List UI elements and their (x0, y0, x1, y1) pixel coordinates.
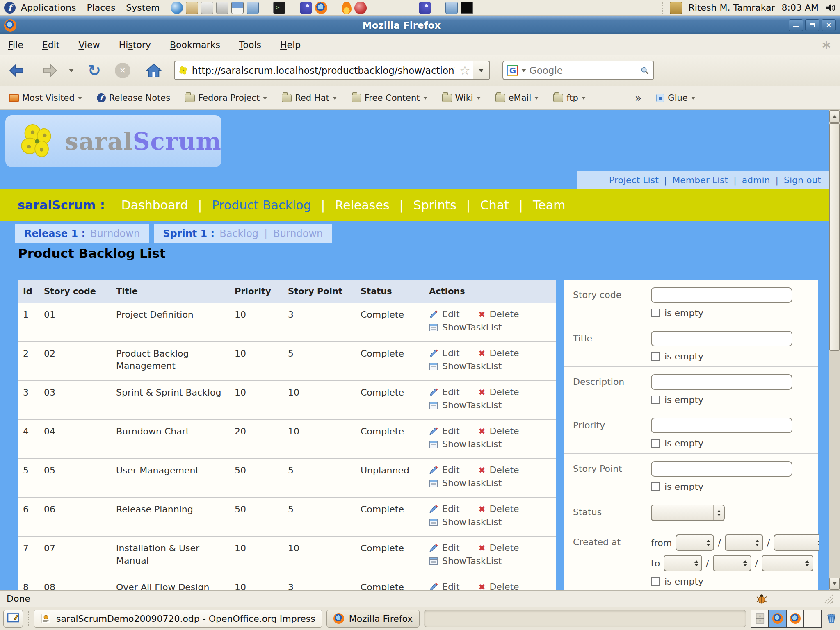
bookmark-ftp[interactable]: ftp (553, 93, 586, 103)
edit-action[interactable]: Edit (429, 425, 460, 437)
subtab-link-backlog[interactable]: Backlog (219, 228, 258, 239)
delete-action[interactable]: ✖Delete (479, 309, 519, 320)
showtasklist-action[interactable]: ShowTaskList (429, 400, 551, 411)
screenshot-icon[interactable] (216, 2, 228, 14)
menu-applications[interactable]: Applications (16, 2, 81, 13)
is-empty-checkbox-created-at[interactable] (651, 577, 660, 586)
date-to-select-2[interactable] (713, 555, 751, 571)
bookmark-fedora-project[interactable]: Fedora Project (185, 93, 267, 103)
nav-team[interactable]: Team (533, 198, 565, 212)
edit-action[interactable]: Edit (429, 387, 460, 398)
edit-action[interactable]: Edit (429, 503, 460, 515)
bookmark-glue[interactable]: Glue (656, 93, 695, 103)
nav-product-backlog[interactable]: Product Backlog (212, 198, 311, 212)
menu-file[interactable]: File (8, 40, 23, 50)
resize-grip[interactable] (824, 594, 833, 604)
is-empty-checkbox-description[interactable] (651, 396, 660, 404)
bookmark-release-notes[interactable]: fRelease Notes (97, 93, 170, 103)
is-empty-checkbox-story-point[interactable] (651, 482, 660, 491)
date-to-select-3[interactable] (762, 555, 813, 571)
bookmarks-overflow-chevron[interactable]: » (635, 91, 642, 104)
stop-button[interactable]: ✕ (115, 63, 130, 78)
header-link-sign-out[interactable]: Sign out (784, 175, 821, 185)
menu-history[interactable]: History (119, 40, 151, 50)
edit-action[interactable]: Edit (429, 464, 460, 476)
filter-input-story-point[interactable] (651, 461, 792, 477)
edit-action[interactable]: Edit (429, 581, 460, 590)
showtasklist-action[interactable]: ShowTaskList (429, 516, 551, 528)
titlebar[interactable]: Mozilla Firefox ✕ (0, 16, 840, 34)
header-link-member-list[interactable]: Member List (672, 175, 728, 185)
bookmark-free-content[interactable]: Free Content (352, 93, 427, 103)
showtasklist-action[interactable]: ShowTaskList (429, 322, 551, 333)
search-icon[interactable] (640, 66, 649, 75)
fedora-logo-icon[interactable]: f (4, 2, 16, 14)
notes-icon[interactable] (201, 2, 213, 14)
web-browser-icon[interactable] (171, 2, 183, 14)
delete-action[interactable]: ✖Delete (479, 581, 519, 590)
bug-icon[interactable] (756, 594, 767, 604)
delete-action[interactable]: ✖Delete (479, 542, 519, 554)
package-icon[interactable] (670, 2, 682, 14)
subtab-link-burndown[interactable]: Burndown (90, 228, 140, 239)
filter-input-title[interactable] (651, 331, 792, 346)
workspace-4[interactable] (804, 610, 822, 627)
menu-tools[interactable]: Tools (239, 40, 261, 50)
delete-action[interactable]: ✖Delete (479, 387, 519, 398)
date-from-select-3[interactable] (774, 534, 819, 551)
menu-bookmarks[interactable]: Bookmarks (170, 40, 220, 50)
edit-action[interactable]: Edit (429, 348, 460, 359)
workspace-3[interactable] (787, 610, 804, 627)
task-button-saralscrumdemo20090720-odp-ope[interactable]: saralScrumDemo20090720.odp - OpenOffice.… (34, 610, 322, 628)
terminal-icon[interactable] (273, 2, 285, 14)
task-button-mozilla-firefox[interactable]: Mozilla Firefox (326, 610, 420, 628)
edit-action[interactable]: Edit (429, 309, 460, 320)
menu-view[interactable]: View (78, 40, 100, 50)
showtasklist-action[interactable]: ShowTaskList (429, 439, 551, 450)
url-dropdown-button[interactable] (473, 61, 490, 80)
workstations-icon[interactable] (247, 2, 259, 14)
flame-icon[interactable] (342, 2, 352, 14)
menu-edit[interactable]: Edit (42, 40, 60, 50)
delete-action[interactable]: ✖Delete (479, 464, 519, 476)
nav-dashboard[interactable]: Dashboard (121, 198, 188, 212)
showtasklist-action[interactable]: ShowTaskList (429, 478, 551, 489)
menu-system[interactable]: System (121, 2, 165, 13)
delete-action[interactable]: ✖Delete (479, 425, 519, 437)
search-engine-icon[interactable]: G (507, 65, 518, 76)
trash-icon[interactable] (826, 613, 837, 624)
back-button[interactable] (7, 62, 26, 79)
chart-icon[interactable] (231, 2, 244, 14)
email-icon[interactable] (186, 2, 198, 14)
date-to-select-1[interactable] (664, 555, 702, 571)
close-button[interactable]: ✕ (822, 19, 836, 31)
bookmark-wiki[interactable]: Wiki (442, 93, 481, 103)
showtasklist-action[interactable]: ShowTaskList (429, 555, 551, 567)
delete-action[interactable]: ✖Delete (479, 503, 519, 515)
workspace-1[interactable] (751, 610, 769, 627)
speaker-icon[interactable] (825, 2, 836, 13)
date-from-select-2[interactable] (725, 534, 763, 551)
filter-input-story-code[interactable] (651, 287, 792, 303)
workspace-2[interactable] (769, 610, 787, 627)
apple-icon[interactable] (354, 2, 367, 14)
is-empty-checkbox-title[interactable] (651, 352, 660, 361)
filter-select-status[interactable] (651, 505, 725, 521)
panel-clock[interactable]: 8:03 AM (782, 2, 819, 13)
menu-help[interactable]: Help (280, 40, 301, 50)
history-dropdown-icon[interactable] (69, 69, 74, 75)
nav-releases[interactable]: Releases (335, 198, 390, 212)
url-input[interactable] (192, 65, 455, 76)
scroll-down-button[interactable] (829, 578, 840, 590)
delete-action[interactable]: ✖Delete (479, 348, 519, 359)
search-engine-dropdown-icon[interactable] (521, 69, 526, 75)
filter-input-description[interactable] (651, 374, 792, 390)
show-desktop-button[interactable] (3, 610, 23, 628)
panel-username[interactable]: Ritesh M. Tamrakar (689, 2, 775, 13)
nav-sprints[interactable]: Sprints (413, 198, 457, 212)
bookmark-star-icon[interactable]: ☆ (459, 64, 470, 77)
bookmark-most-visited[interactable]: Most Visited (9, 93, 82, 103)
menu-places[interactable]: Places (81, 2, 121, 13)
showtasklist-action[interactable]: ShowTaskList (429, 361, 551, 372)
url-bar[interactable]: ☆ (174, 61, 475, 80)
